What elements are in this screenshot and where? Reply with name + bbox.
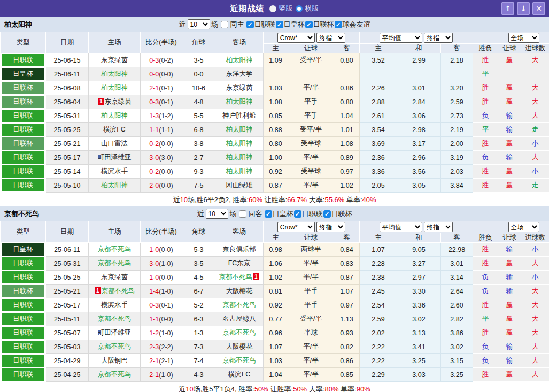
score: 0-2(0-0) bbox=[141, 137, 182, 151]
handicap-away-odds: 1.01 bbox=[334, 123, 360, 137]
fulltime-select[interactable]: 全场 bbox=[508, 222, 539, 232]
league-type-badge: 日皇杯 bbox=[2, 243, 44, 256]
odds-company-select[interactable]: Crow* bbox=[277, 33, 315, 43]
result-outcome: 胜 bbox=[473, 298, 498, 312]
subcol-handicap-away: 客 bbox=[334, 233, 360, 243]
home-team: 东京绿茵 bbox=[89, 271, 141, 285]
avg-draw-odds: 2.99 bbox=[397, 53, 441, 67]
league-type-badge: 日联杯 bbox=[2, 82, 44, 94]
handicap-home-odds: 1.03 bbox=[264, 81, 288, 95]
matches-table: 类型 日期 主场 比分(半场) 角球 客场 Crow* 终指 平均值 终指 bbox=[0, 32, 549, 193]
result-outcome: 胜 bbox=[473, 243, 498, 257]
match-row: 日职联 25-05-31 柏太阳神 1-3(1-2) 5-5 神户胜利船 0.8… bbox=[1, 109, 549, 123]
col-header-score: 比分(半场) bbox=[141, 32, 182, 53]
company-odds-time-select[interactable]: 终指 bbox=[316, 33, 345, 43]
same-venue-checkbox[interactable] bbox=[239, 210, 246, 218]
goals-outcome: 大 bbox=[521, 151, 549, 165]
halftime-score: (0-0) bbox=[159, 71, 173, 78]
same-venue-checkbox[interactable] bbox=[221, 21, 228, 28]
result-outcome: 负 bbox=[473, 109, 498, 123]
team-label: 横滨水手 bbox=[101, 167, 128, 175]
league-checkbox[interactable]: ✓ bbox=[323, 210, 331, 218]
avg-home-odds: 2.29 bbox=[360, 368, 397, 382]
result-outcome: 负 bbox=[473, 354, 498, 368]
match-date: 25-05-14 bbox=[46, 165, 89, 179]
league-checkbox[interactable]: ✓ bbox=[305, 21, 313, 28]
page-title: 近期战绩 bbox=[230, 4, 265, 14]
home-team: 柏太阳神 bbox=[89, 109, 141, 123]
col-header-score: 比分(半场) bbox=[141, 221, 182, 243]
summary-stat-value: 60% bbox=[249, 196, 262, 204]
match-date: 25-05-31 bbox=[46, 257, 89, 271]
score: 3-0(3-0) bbox=[141, 151, 182, 165]
avg-away-odds: 2.60 bbox=[441, 298, 473, 312]
avg-home-odds: 2.22 bbox=[360, 340, 397, 354]
match-date: 25-06-15 bbox=[46, 53, 89, 67]
halftime-score: (3-0) bbox=[159, 154, 173, 162]
team-label: 柏太阳神 bbox=[101, 84, 128, 91]
league-checkbox[interactable]: ✓ bbox=[294, 210, 301, 218]
team-name: 柏太阳神 bbox=[4, 20, 32, 29]
fulltime-select[interactable]: 全场 bbox=[508, 33, 539, 43]
halftime-score: (1-2) bbox=[159, 112, 173, 120]
result-outcome: 平 bbox=[473, 312, 498, 326]
avg-home-odds: 2.38 bbox=[360, 271, 397, 285]
average-odds-time-select[interactable]: 终指 bbox=[424, 33, 453, 43]
team-label: 东京绿茵 bbox=[105, 98, 132, 105]
avg-home-odds: 2.28 bbox=[360, 257, 397, 271]
match-count-select[interactable]: 10 bbox=[206, 209, 228, 219]
match-row: 日职联 25-05-25 东京绿茵 1-0(0-0) 4-5 京都不死鸟1 1.… bbox=[1, 271, 549, 285]
handicap-home-odds: 0.80 bbox=[264, 137, 288, 151]
scroll-down-button[interactable]: ↓ bbox=[517, 2, 530, 15]
team-label: 京都不死鸟 bbox=[98, 259, 132, 267]
handicap-home-odds: 1.06 bbox=[264, 257, 288, 271]
company-odds-time-select[interactable]: 终指 bbox=[316, 222, 345, 232]
average-odds-time-select[interactable]: 终指 bbox=[424, 222, 453, 232]
subcol-handicap-result: 让球 bbox=[498, 44, 521, 53]
league-checkbox[interactable]: ✓ bbox=[265, 210, 272, 218]
goals-outcome: 大 bbox=[521, 312, 549, 326]
corner-score: 3-8 bbox=[182, 137, 215, 151]
team-section: 京都不死鸟 近 10 场 同客 ✓日皇杯✓日职联✓日联杯 类型 bbox=[0, 206, 549, 392]
avg-away-odds bbox=[441, 67, 473, 81]
handicap-line: 平/半 bbox=[288, 271, 334, 285]
horizontal-layout-radio[interactable] bbox=[296, 5, 303, 12]
result-outcome: 负 bbox=[473, 285, 498, 298]
col-header-type: 类型 bbox=[1, 32, 46, 53]
league-checkbox[interactable]: ✓ bbox=[276, 21, 283, 28]
away-team: 大阪樱花 bbox=[215, 285, 264, 298]
summary-stat-label: 场,胜5平1负4, 胜率: bbox=[194, 385, 254, 392]
fulltime-score: 2-1 bbox=[149, 357, 159, 365]
corner-score: 7-5 bbox=[182, 179, 215, 193]
average-odds-select[interactable]: 平均值 bbox=[380, 222, 422, 232]
handicap-outcome: 输 bbox=[498, 271, 521, 285]
handicap-outcome: 赢 bbox=[498, 368, 521, 382]
summary-stat-value: 66.7% bbox=[287, 196, 307, 204]
avg-home-odds: 1.07 bbox=[360, 243, 397, 257]
filter-controls: 近 10 场 同主 ✓日职联✓日皇杯✓日联杯✓球会友谊 bbox=[179, 19, 370, 29]
handicap-outcome: 输 bbox=[498, 340, 521, 354]
halftime-score: (1-0) bbox=[159, 371, 173, 379]
result-outcome: 胜 bbox=[473, 53, 498, 67]
odds-company-select[interactable]: Crow* bbox=[277, 222, 315, 232]
avg-home-odds: 2.26 bbox=[360, 81, 397, 95]
corner-score: 5-3 bbox=[182, 243, 215, 257]
summary-stat-value: 40% bbox=[362, 196, 376, 204]
away-team: 冈山绿雉 bbox=[215, 179, 264, 193]
scroll-up-button[interactable]: ↑ bbox=[501, 2, 514, 15]
league-checkbox[interactable]: ✓ bbox=[335, 21, 342, 28]
home-team: 柏太阳神 bbox=[89, 67, 141, 81]
away-team: 奈良俱乐部 bbox=[215, 243, 264, 257]
average-odds-select[interactable]: 平均值 bbox=[380, 33, 422, 43]
league-checkbox[interactable]: ✓ bbox=[246, 21, 254, 28]
avg-away-odds: 2.03 bbox=[441, 165, 473, 179]
vertical-layout-radio[interactable] bbox=[269, 5, 276, 12]
league-filter-checkboxes: ✓日职联✓日皇杯✓日联杯✓球会友谊 bbox=[246, 20, 370, 29]
match-date: 25-05-21 bbox=[46, 137, 89, 151]
goals-outcome: 走 bbox=[521, 123, 549, 137]
away-team: 柏太阳神 bbox=[215, 123, 264, 137]
match-count-select[interactable]: 10 bbox=[188, 19, 210, 29]
league-type-badge: 日联杯 bbox=[2, 285, 44, 297]
close-icon[interactable]: ✕ bbox=[532, 2, 545, 15]
corner-score: 6-8 bbox=[182, 123, 215, 137]
